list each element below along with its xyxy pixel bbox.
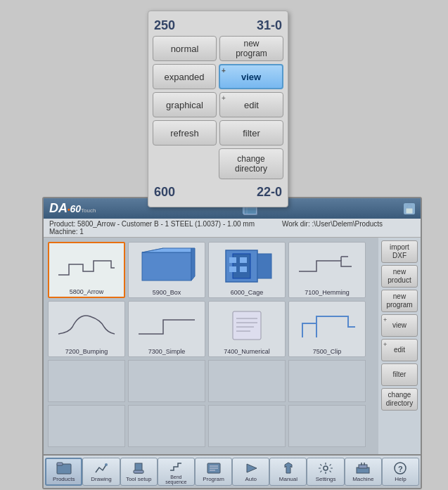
toolbar-bend-sequence[interactable]: Bend sequence — [158, 458, 195, 486]
product-cell-7100-inner — [289, 243, 365, 289]
product-cell-7300[interactable]: 7300_Simple — [128, 301, 205, 357]
toolbar-manual[interactable]: Manual — [269, 458, 307, 486]
product-cell-5800-inner — [49, 243, 124, 288]
product-cell-7400-inner — [209, 302, 285, 348]
svg-rect-11 — [240, 257, 247, 263]
import-dxf-button[interactable]: import DXF — [381, 240, 418, 263]
empty-cell-3 — [208, 360, 286, 402]
product-label-5800: 5800_Arrow — [70, 288, 104, 295]
svg-marker-31 — [247, 464, 257, 472]
product-cell-7100[interactable]: 7100_Hemming — [288, 242, 366, 298]
product-grid: 5800_Arrow 5900_Box — [44, 238, 378, 454]
filter-button[interactable]: filter — [219, 120, 283, 146]
edit-sidebar-button[interactable]: + edit — [381, 339, 418, 361]
toolbar-drawing[interactable]: Drawing — [82, 458, 120, 486]
products-icon — [56, 461, 72, 475]
toolbar-tool-setup[interactable]: Tool setup — [120, 458, 158, 486]
popup-number-left: 250 — [154, 18, 175, 33]
popup-number-right: 31-0 — [257, 18, 282, 33]
toolbar-bend-sequence-label: Bend sequence — [165, 475, 186, 484]
view-sidebar-plus: + — [383, 316, 387, 324]
svg-rect-34 — [359, 465, 367, 468]
expanded-button[interactable]: expanded — [153, 64, 216, 89]
view-sidebar-button[interactable]: + view — [381, 314, 418, 337]
toolbar-manual-label: Manual — [279, 476, 297, 482]
product-5800-svg — [55, 247, 118, 285]
product-label-7500: 7500_Clip — [313, 348, 342, 355]
product-label-7300: 7300_Simple — [148, 348, 186, 355]
product-cell-7200[interactable]: 7200_Bumping — [48, 301, 125, 357]
edit-sidebar-plus: + — [383, 341, 387, 349]
popup-row-normal: normal new program — [153, 36, 283, 61]
grid-row-1: 5800_Arrow 5900_Box — [48, 242, 374, 298]
empty-cell-7 — [208, 405, 286, 447]
help-icon: ? — [392, 461, 409, 475]
popup-row-change-dir: change directory — [153, 148, 283, 179]
toolbar-program[interactable]: Program — [195, 458, 232, 486]
product-label-7400: 7400_Numerical — [224, 348, 270, 355]
da-logo: DA•60 Touch — [49, 201, 96, 216]
popup-row-expanded: expanded + view — [153, 64, 283, 89]
svg-marker-6 — [191, 248, 195, 281]
da-sidebar: import DXF new product new program + vie… — [378, 238, 421, 454]
grid-row-2: 7200_Bumping 7300_Simple — [48, 301, 374, 357]
edit-button[interactable]: + edit — [219, 92, 283, 117]
svg-rect-17 — [233, 311, 261, 340]
toolbar-settings-label: Settings — [316, 476, 336, 482]
empty-cell-1 — [48, 360, 125, 402]
toolbar-machine-label: Machine — [352, 476, 373, 482]
empty-cell-8 — [288, 405, 366, 447]
edit-plus-indicator: + — [222, 94, 226, 102]
empty-cell-6 — [128, 405, 205, 447]
svg-rect-3 — [406, 208, 413, 214]
toolbar-program-label: Program — [203, 476, 224, 482]
tool-setup-icon — [130, 461, 147, 475]
da-container: DA•60 Touch Product: 5800_Arr — [42, 197, 422, 489]
filter-sidebar-button[interactable]: filter — [381, 363, 418, 386]
svg-rect-10 — [229, 257, 236, 263]
toolbar-machine[interactable]: Machine — [345, 458, 382, 486]
auto-icon — [243, 461, 260, 475]
popup-number-row-top: 250 31-0 — [153, 15, 283, 36]
product-cell-5900[interactable]: 5900_Box — [128, 242, 205, 298]
toolbar-auto[interactable]: Auto — [232, 458, 269, 486]
da-logo-touch: Touch — [81, 207, 96, 214]
lock-icon — [404, 203, 415, 214]
toolbar-settings[interactable]: Settings — [307, 458, 344, 486]
product-5900-svg — [135, 247, 198, 285]
graphical-button[interactable]: graphical — [153, 92, 217, 117]
svg-text:?: ? — [398, 465, 403, 473]
new-product-button[interactable]: new product — [381, 265, 418, 288]
normal-button[interactable]: normal — [153, 36, 217, 61]
toolbar-products[interactable]: Products — [45, 458, 82, 486]
new-program-sidebar-button[interactable]: new program — [381, 290, 418, 312]
product-7100-svg — [295, 247, 359, 285]
bend-sequence-icon — [167, 460, 184, 474]
product-7400-svg — [215, 306, 279, 344]
da-main: 5800_Arrow 5900_Box — [44, 238, 421, 454]
popup-row-graphical: graphical + edit — [153, 92, 283, 117]
change-directory-button[interactable]: change directory — [219, 148, 283, 179]
product-cell-5800[interactable]: 5800_Arrow — [48, 242, 125, 298]
product-6000-svg — [215, 247, 279, 285]
change-directory-sidebar-button[interactable]: change directory — [381, 388, 418, 411]
grid-empty-row-4 — [48, 405, 374, 447]
machine-icon — [354, 461, 371, 475]
product-cell-7400[interactable]: 7400_Numerical — [208, 301, 286, 357]
view-button[interactable]: + view — [219, 64, 283, 89]
toolbar-drawing-label: Drawing — [91, 476, 111, 482]
popup-number-bottom-right: 22-0 — [257, 185, 282, 200]
popup-row-refresh: refresh filter — [153, 120, 283, 146]
svg-marker-5 — [142, 248, 191, 252]
refresh-button[interactable]: refresh — [153, 120, 217, 146]
svg-point-24 — [105, 463, 108, 466]
manual-icon — [280, 461, 297, 475]
product-cell-6000[interactable]: 6000_Cage — [208, 242, 286, 298]
new-program-button[interactable]: new program — [219, 36, 283, 61]
grid-empty-row-3 — [48, 360, 374, 402]
toolbar-auto-label: Auto — [245, 476, 256, 482]
toolbar-help[interactable]: ? Help — [382, 458, 419, 486]
product-cell-7500[interactable]: 7500_Clip — [288, 301, 366, 357]
svg-rect-23 — [57, 463, 63, 465]
popup-number-bottom-left: 600 — [154, 185, 175, 200]
